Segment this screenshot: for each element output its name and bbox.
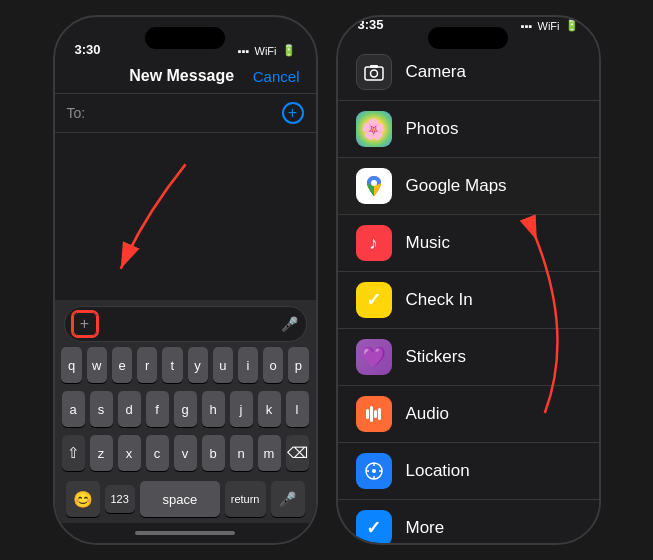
audio-icon (356, 396, 392, 432)
keyboard-row-2: a s d f g h j k l (62, 391, 309, 427)
key-e[interactable]: e (112, 347, 132, 383)
stickers-label: Stickers (406, 347, 466, 367)
keyboard-row-1: q w e r t y u i o p (62, 347, 309, 383)
svg-rect-5 (366, 409, 369, 419)
photos-label: Photos (406, 119, 459, 139)
menu-item-audio[interactable]: Audio (338, 386, 599, 443)
key-i[interactable]: i (238, 347, 258, 383)
checkin-label: Check In (406, 290, 473, 310)
menu-item-googlemaps[interactable]: Google Maps (338, 158, 599, 215)
key-r[interactable]: r (137, 347, 157, 383)
key-w[interactable]: w (87, 347, 107, 383)
key-j[interactable]: j (230, 391, 253, 427)
key-s[interactable]: s (90, 391, 113, 427)
key-k[interactable]: k (258, 391, 281, 427)
svg-rect-6 (370, 406, 373, 422)
red-arrow-annotation (55, 133, 316, 300)
phone-1: 3:30 ▪▪▪ WiFi 🔋 New Message Cancel To: + (53, 15, 318, 545)
more-label: More (406, 518, 445, 538)
home-indicator-1 (55, 523, 316, 543)
dynamic-island (145, 27, 225, 49)
key-l[interactable]: l (286, 391, 309, 427)
googlemaps-label: Google Maps (406, 176, 507, 196)
menu-item-location[interactable]: Location (338, 443, 599, 500)
key-z[interactable]: z (90, 435, 113, 471)
to-field: To: + (55, 94, 316, 133)
to-label: To: (67, 105, 86, 121)
checkin-icon: ✓ (356, 282, 392, 318)
more-icon: ✓ (356, 510, 392, 545)
key-delete[interactable]: ⌫ (286, 435, 309, 471)
key-a[interactable]: a (62, 391, 85, 427)
signal-icon-2: ▪▪▪ (521, 20, 533, 32)
key-p[interactable]: p (288, 347, 308, 383)
wifi-icon-2: WiFi (538, 20, 560, 32)
plus-button[interactable]: + (73, 312, 97, 336)
svg-rect-7 (374, 410, 377, 418)
location-label: Location (406, 461, 470, 481)
phone1-content: New Message Cancel To: + + 🎤 (55, 61, 316, 523)
key-emoji[interactable]: 😊 (66, 481, 100, 517)
message-area[interactable] (55, 133, 316, 300)
menu-item-photos[interactable]: 🌸 Photos (338, 101, 599, 158)
key-123[interactable]: 123 (105, 485, 135, 513)
camera-icon (356, 54, 392, 90)
nav-title: New Message (129, 67, 234, 85)
key-g[interactable]: g (174, 391, 197, 427)
key-h[interactable]: h (202, 391, 225, 427)
menu-item-music[interactable]: ♪ Music (338, 215, 599, 272)
battery-icon-2: 🔋 (565, 19, 579, 32)
message-input-bar: + 🎤 (64, 306, 307, 342)
key-q[interactable]: q (61, 347, 81, 383)
key-n[interactable]: n (230, 435, 253, 471)
key-o[interactable]: o (263, 347, 283, 383)
menu-item-stickers[interactable]: 💜 Stickers (338, 329, 599, 386)
key-mic[interactable]: 🎤 (271, 481, 305, 517)
key-f[interactable]: f (146, 391, 169, 427)
music-label: Music (406, 233, 450, 253)
key-y[interactable]: y (188, 347, 208, 383)
keyboard-rows: q w e r t y u i o p a s d f g h (58, 347, 313, 519)
svg-rect-1 (365, 67, 383, 80)
key-shift[interactable]: ⇧ (62, 435, 85, 471)
svg-point-10 (372, 469, 376, 473)
cancel-button[interactable]: Cancel (253, 68, 300, 85)
status-time-1: 3:30 (75, 42, 101, 57)
menu-item-camera[interactable]: Camera (338, 44, 599, 101)
add-recipient-button[interactable]: + (282, 102, 304, 124)
key-c[interactable]: c (146, 435, 169, 471)
svg-point-4 (371, 180, 377, 186)
svg-rect-3 (370, 65, 378, 68)
menu-item-checkin[interactable]: ✓ Check In (338, 272, 599, 329)
key-space[interactable]: space (140, 481, 220, 517)
mic-button[interactable]: 🎤 (281, 316, 298, 332)
svg-point-2 (370, 70, 377, 77)
status-time-2: 3:35 (358, 17, 384, 32)
svg-rect-8 (378, 408, 381, 420)
battery-icon: 🔋 (282, 44, 296, 57)
stickers-icon: 💜 (356, 339, 392, 375)
key-m[interactable]: m (258, 435, 281, 471)
wifi-icon: WiFi (255, 45, 277, 57)
key-t[interactable]: t (162, 347, 182, 383)
keyboard-row-3: ⇧ z x c v b n m ⌫ (62, 435, 309, 471)
nav-bar: New Message Cancel (55, 61, 316, 94)
home-bar-1 (135, 531, 235, 535)
photos-icon: 🌸 (356, 111, 392, 147)
camera-label: Camera (406, 62, 466, 82)
dynamic-island-2 (428, 27, 508, 49)
key-return[interactable]: return (225, 481, 266, 517)
menu-item-more[interactable]: ✓ More (338, 500, 599, 545)
key-b[interactable]: b (202, 435, 225, 471)
status-icons-2: ▪▪▪ WiFi 🔋 (521, 19, 579, 32)
key-v[interactable]: v (174, 435, 197, 471)
key-d[interactable]: d (118, 391, 141, 427)
audio-label: Audio (406, 404, 449, 424)
phone2-content: Camera 🌸 Photos (338, 36, 599, 545)
key-x[interactable]: x (118, 435, 141, 471)
keyboard-row-4: 😊 123 space return 🎤 (62, 479, 309, 519)
keyboard: + 🎤 q w e r t y u i o p a s (55, 300, 316, 523)
phone-2: 3:35 ▪▪▪ WiFi 🔋 Camera (336, 15, 601, 545)
key-u[interactable]: u (213, 347, 233, 383)
music-icon: ♪ (356, 225, 392, 261)
